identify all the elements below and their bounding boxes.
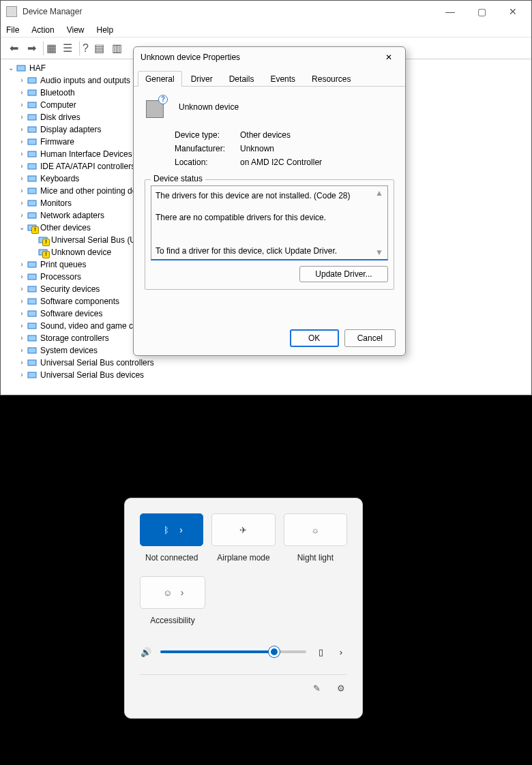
expand-toggle[interactable]: › xyxy=(17,283,27,295)
expand-toggle[interactable]: ⌄ xyxy=(17,222,27,234)
expand-toggle[interactable]: › xyxy=(17,172,27,185)
device-category-icon xyxy=(16,63,27,73)
edit-quick-settings-icon[interactable]: ✎ xyxy=(310,682,323,694)
device-status-group: Device status ▲▼ The drivers for this de… xyxy=(145,179,394,290)
label-device-type: Device type: xyxy=(175,130,240,140)
expand-toggle[interactable]: ⌄ xyxy=(6,62,16,74)
expand-toggle[interactable]: › xyxy=(17,271,27,283)
device-warning-icon xyxy=(27,223,38,232)
cancel-button[interactable]: Cancel xyxy=(344,329,396,347)
volume-row: 🔊 ▯ › xyxy=(140,646,347,658)
menu-help[interactable]: Help xyxy=(97,25,114,35)
tile-airplane[interactable]: ✈ xyxy=(211,513,275,546)
expand-toggle[interactable]: › xyxy=(17,160,27,172)
show-hidden-button[interactable]: ▦ xyxy=(43,41,57,56)
expand-toggle[interactable]: › xyxy=(17,295,27,308)
scan-button[interactable]: ▤ xyxy=(92,41,107,56)
update-driver-button[interactable]: Update Driver... xyxy=(299,266,388,282)
speaker-icon[interactable]: 🔊 xyxy=(140,646,152,658)
expand-toggle[interactable]: › xyxy=(17,74,27,87)
expand-toggle[interactable]: › xyxy=(17,136,27,148)
svg-rect-13 xyxy=(28,225,36,230)
bluetooth-icon: ᛒ xyxy=(160,524,173,536)
svg-rect-7 xyxy=(28,151,36,157)
volume-slider[interactable] xyxy=(160,650,306,653)
svg-rect-14 xyxy=(39,237,47,243)
expand-toggle[interactable]: › xyxy=(17,332,27,344)
dialog-titlebar[interactable]: Unknown device Properties ✕ xyxy=(134,47,405,68)
help-button[interactable]: ? xyxy=(79,41,89,56)
expand-toggle[interactable]: › xyxy=(17,123,27,136)
device-status-text[interactable]: ▲▼ The drivers for this device are not i… xyxy=(151,185,388,260)
menu-file[interactable]: File xyxy=(6,25,19,35)
tab-resources[interactable]: Resources xyxy=(304,71,358,87)
ok-button[interactable]: OK xyxy=(290,329,339,347)
expand-toggle[interactable]: › xyxy=(17,185,27,197)
device-name: Unknown device xyxy=(179,102,239,112)
quick-tiles-row: ᛒ›✈☼ xyxy=(140,513,347,546)
tree-node[interactable]: ›Universal Serial Bus devices xyxy=(6,369,526,381)
status-scrollbar[interactable]: ▲▼ xyxy=(375,188,386,258)
properties-button[interactable]: ☰ xyxy=(60,41,75,56)
tree-node-label: Bluetooth xyxy=(40,87,75,99)
value-manufacturer: Unknown xyxy=(240,144,274,153)
device-category-icon xyxy=(27,137,38,147)
tile-brightness[interactable]: ☼ xyxy=(284,513,347,546)
tree-node-label: Human Interface Devices xyxy=(40,148,132,160)
device-category-icon xyxy=(27,186,38,196)
expand-toggle[interactable]: › xyxy=(17,197,27,209)
tab-general[interactable]: General xyxy=(138,71,182,87)
svg-rect-11 xyxy=(28,200,36,206)
device-warning-icon xyxy=(38,235,48,245)
tab-strip: GeneralDriverDetailsEventsResources xyxy=(134,70,405,87)
tab-events[interactable]: Events xyxy=(263,71,303,87)
menu-action[interactable]: Action xyxy=(31,25,54,35)
expand-toggle[interactable]: › xyxy=(17,209,27,222)
expand-toggle[interactable]: › xyxy=(17,87,27,99)
expand-toggle[interactable]: › xyxy=(17,308,27,320)
dialog-close-button[interactable]: ✕ xyxy=(379,49,398,65)
svg-rect-19 xyxy=(28,299,36,304)
device-warning-icon xyxy=(38,247,48,257)
window-title: Device Manager xyxy=(23,7,82,16)
tile-accessibility[interactable]: ☺› xyxy=(140,576,205,609)
audio-output-icon[interactable]: ▯ xyxy=(314,646,327,658)
expand-toggle[interactable]: › xyxy=(17,357,27,369)
back-button[interactable]: ⬅ xyxy=(6,41,21,56)
titlebar[interactable]: Device Manager — ▢ ✕ xyxy=(1,1,531,22)
expand-toggle[interactable]: › xyxy=(17,344,27,357)
tile-bluetooth[interactable]: ᛒ› xyxy=(140,513,203,546)
audio-expand-icon[interactable]: › xyxy=(335,646,347,658)
tree-node-label: Universal Serial Bus controllers xyxy=(40,357,154,369)
expand-toggle[interactable]: › xyxy=(17,111,27,123)
expand-toggle[interactable]: › xyxy=(17,99,27,111)
device-category-icon xyxy=(27,149,38,159)
expand-toggle[interactable]: › xyxy=(17,258,27,271)
svg-rect-8 xyxy=(28,164,36,169)
device-status-label: Device status xyxy=(151,174,205,183)
device-category-icon xyxy=(27,100,38,110)
forward-button[interactable]: ➡ xyxy=(24,41,39,56)
expand-toggle[interactable]: › xyxy=(17,148,27,160)
close-button[interactable]: ✕ xyxy=(497,1,529,22)
settings-icon[interactable]: ⚙ xyxy=(335,682,347,694)
menu-view[interactable]: View xyxy=(67,25,85,35)
maximize-button[interactable]: ▢ xyxy=(466,1,497,22)
tree-node[interactable]: ›Universal Serial Bus controllers xyxy=(6,357,526,369)
tab-details[interactable]: Details xyxy=(222,71,262,87)
tree-node-label: HAF xyxy=(29,62,46,74)
expand-toggle[interactable]: › xyxy=(17,369,27,381)
update-button[interactable]: ▥ xyxy=(110,41,125,56)
svg-rect-21 xyxy=(28,323,36,329)
minimize-button[interactable]: — xyxy=(434,1,466,22)
svg-rect-18 xyxy=(28,286,36,292)
chevron-right-icon: › xyxy=(181,587,184,598)
svg-rect-0 xyxy=(17,65,25,71)
status-line xyxy=(156,235,372,245)
device-category-icon xyxy=(27,174,38,183)
svg-rect-1 xyxy=(28,78,36,83)
tree-node-label: System devices xyxy=(40,344,98,357)
expand-toggle[interactable]: › xyxy=(17,320,27,332)
tab-driver[interactable]: Driver xyxy=(183,71,220,87)
tree-node-label: Network adapters xyxy=(40,209,104,222)
